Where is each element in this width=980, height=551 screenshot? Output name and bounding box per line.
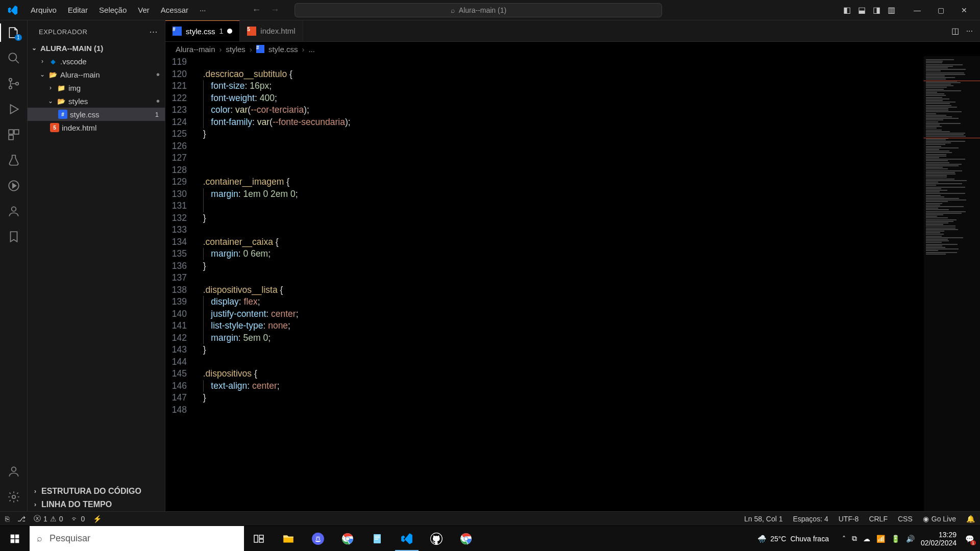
status-cursor[interactable]: Ln 58, Col 1 bbox=[744, 515, 783, 523]
activity-settings-icon[interactable] bbox=[7, 490, 21, 504]
layout-panel-icon[interactable]: ⬓ bbox=[858, 5, 866, 15]
activity-explorer-icon[interactable]: 1 bbox=[7, 26, 21, 40]
svg-point-0 bbox=[9, 53, 16, 61]
breadcrumb[interactable]: Alura--main › styles › # style.css › ... bbox=[165, 42, 980, 56]
search-icon: ⌕ bbox=[37, 533, 42, 544]
notepad-icon[interactable] bbox=[362, 526, 392, 551]
titlebar: Arquivo Editar Seleção Ver Acessar ··· ←… bbox=[0, 0, 980, 20]
svg-point-19 bbox=[316, 538, 317, 540]
tree-folder-vscode[interactable]: › ◆ .vscode bbox=[28, 55, 165, 68]
tab-indexhtml[interactable]: 5 index.html bbox=[240, 20, 303, 41]
explorer-more-icon[interactable]: ··· bbox=[149, 27, 158, 37]
chrome-icon-2[interactable] bbox=[451, 526, 481, 551]
activity-search-icon[interactable] bbox=[7, 51, 21, 65]
tab-stylecss[interactable]: # style.css 1 bbox=[165, 20, 240, 41]
vscode-taskbar-icon[interactable] bbox=[392, 526, 422, 551]
breadcrumb-segment[interactable]: style.css bbox=[268, 45, 298, 54]
system-tray: 🌧️ 25°C Chuva fraca ˄ ⧉ ☁ 📶 🔋 🔊 13:29 02… bbox=[757, 526, 980, 551]
tray-wifi-icon[interactable]: 📶 bbox=[876, 535, 885, 543]
status-encoding[interactable]: UTF-8 bbox=[839, 515, 859, 523]
remote-indicator[interactable]: ⎘ bbox=[5, 515, 9, 523]
tree-label: index.html bbox=[62, 123, 96, 132]
code-content[interactable]: .descricao__subtitulo { font-size: 16px;… bbox=[198, 56, 924, 511]
status-notifications-icon[interactable]: 🔔 bbox=[966, 515, 975, 523]
status-eol[interactable]: CRLF bbox=[869, 515, 888, 523]
minimap[interactable] bbox=[924, 56, 980, 511]
svg-rect-14 bbox=[15, 539, 19, 543]
nav-back-icon[interactable]: ← bbox=[252, 5, 261, 15]
status-language[interactable]: CSS bbox=[898, 515, 913, 523]
tray-chevron-icon[interactable]: ˄ bbox=[842, 535, 846, 543]
status-problems[interactable]: ⓧ1 ⚠0 bbox=[34, 514, 63, 523]
command-center[interactable]: ⌕ Alura--main (1) bbox=[295, 3, 662, 17]
svg-point-10 bbox=[12, 495, 15, 499]
split-editor-icon[interactable]: ◫ bbox=[951, 26, 959, 36]
maximize-button[interactable]: ▢ bbox=[929, 0, 952, 20]
status-spaces[interactable]: Espaços: 4 bbox=[793, 515, 828, 523]
minimize-button[interactable]: — bbox=[905, 0, 929, 20]
windows-search[interactable]: ⌕ Pesquisar bbox=[30, 526, 244, 551]
menu-editar[interactable]: Editar bbox=[63, 4, 93, 16]
menu-arquivo[interactable]: Arquivo bbox=[26, 4, 62, 16]
menu-acessar[interactable]: Acessar bbox=[156, 4, 193, 16]
activity-testing-icon[interactable] bbox=[7, 153, 21, 167]
close-button[interactable]: ✕ bbox=[952, 0, 976, 20]
line-numbers: 119 120 121 122 123 124 125 126 127 128 … bbox=[165, 56, 198, 511]
tray-battery-icon[interactable]: 🔋 bbox=[891, 535, 900, 543]
breadcrumb-segment[interactable]: Alura--main bbox=[176, 45, 215, 54]
status-git-branch[interactable]: ⎇ bbox=[17, 515, 26, 523]
status-ports[interactable]: ᯤ0 bbox=[71, 515, 85, 523]
vscode-folder-icon: ◆ bbox=[48, 57, 58, 66]
status-golive[interactable]: ◉Go Live bbox=[923, 515, 956, 523]
menu-selecao[interactable]: Seleção bbox=[94, 4, 132, 16]
layout-sidebar-right-icon[interactable]: ◨ bbox=[873, 5, 880, 15]
start-button[interactable] bbox=[0, 526, 30, 551]
tray-onedrive-icon[interactable]: ☁ bbox=[863, 535, 870, 543]
chrome-icon[interactable] bbox=[333, 526, 362, 551]
section-timeline[interactable]: › LINHA DO TEMPO bbox=[28, 498, 165, 511]
activity-accounts-icon[interactable] bbox=[7, 464, 21, 479]
tray-volume-icon[interactable]: 🔊 bbox=[906, 535, 915, 543]
svg-point-1 bbox=[9, 79, 11, 81]
breadcrumb-segment[interactable]: styles bbox=[226, 45, 246, 54]
tree-folder-img[interactable]: › 📁 img bbox=[28, 81, 165, 94]
tree-file-stylecss[interactable]: # style.css 1 bbox=[28, 108, 165, 121]
breadcrumb-segment[interactable]: ... bbox=[308, 45, 315, 54]
activity-bookmarks-icon[interactable] bbox=[7, 230, 21, 244]
activity-extensions-icon[interactable] bbox=[7, 128, 21, 142]
editor-actions: ◫ ··· bbox=[951, 20, 980, 41]
sidebar-explorer: EXPLORADOR ··· ⌄ ALURA--MAIN (1) › ◆ .vs… bbox=[28, 20, 165, 511]
nav-forward-icon[interactable]: → bbox=[270, 5, 279, 15]
activity-source-control-icon[interactable] bbox=[7, 77, 21, 91]
file-explorer-icon[interactable] bbox=[274, 526, 303, 551]
code-editor[interactable]: 119 120 121 122 123 124 125 126 127 128 … bbox=[165, 56, 980, 511]
svg-rect-11 bbox=[11, 534, 15, 538]
tree-label: Alura--main bbox=[60, 70, 100, 79]
layout-customize-icon[interactable]: ▥ bbox=[888, 5, 895, 15]
taskview-icon[interactable] bbox=[244, 526, 274, 551]
error-count: 1 bbox=[43, 515, 47, 523]
menu-ver[interactable]: Ver bbox=[133, 4, 155, 16]
activity-liveserver-icon[interactable] bbox=[7, 179, 21, 193]
tab-label: style.css bbox=[186, 27, 215, 36]
search-icon: ⌕ bbox=[451, 6, 455, 14]
discord-icon[interactable] bbox=[303, 526, 333, 551]
menu-more[interactable]: ··· bbox=[194, 4, 211, 16]
activity-run-debug-icon[interactable] bbox=[7, 102, 21, 116]
tree-root[interactable]: ⌄ ALURA--MAIN (1) bbox=[28, 41, 165, 55]
tree-label: img bbox=[68, 84, 81, 92]
tree-folder-styles[interactable]: ⌄ 📂 styles • bbox=[28, 94, 165, 108]
editor-more-icon[interactable]: ··· bbox=[966, 27, 973, 36]
svg-rect-16 bbox=[259, 535, 263, 538]
tree-file-indexhtml[interactable]: 5 index.html bbox=[28, 121, 165, 134]
github-icon[interactable] bbox=[422, 526, 451, 551]
status-live-action[interactable]: ⚡ bbox=[93, 515, 102, 523]
notifications-icon[interactable]: 💬1 bbox=[963, 532, 976, 545]
layout-sidebar-left-icon[interactable]: ◧ bbox=[843, 5, 851, 15]
tray-meet-icon[interactable]: ⧉ bbox=[852, 534, 857, 543]
section-outline[interactable]: › ESTRUTURA DO CÓDIGO bbox=[28, 485, 165, 498]
weather-widget[interactable]: 🌧️ 25°C Chuva fraca bbox=[757, 535, 829, 543]
tray-clock[interactable]: 13:29 02/02/2024 bbox=[921, 531, 957, 547]
activity-live-share-icon[interactable] bbox=[7, 204, 21, 218]
tree-folder-alura[interactable]: ⌄ 📂 Alura--main • bbox=[28, 68, 165, 81]
